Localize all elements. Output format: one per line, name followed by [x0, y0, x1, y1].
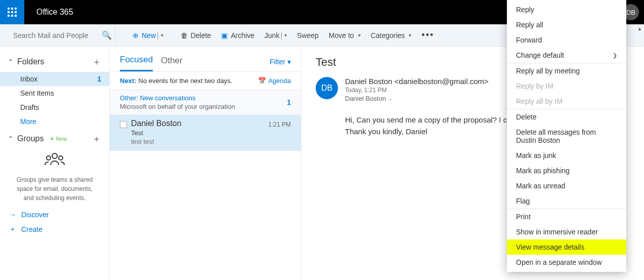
- menu-item-mark-as-phishing[interactable]: Mark as phishing: [507, 163, 626, 178]
- svg-rect-0: [8, 8, 10, 10]
- tab-other[interactable]: Other: [161, 53, 183, 71]
- message-subject: Test: [131, 129, 264, 137]
- recipient-name: Daniel Boston: [345, 95, 386, 102]
- next-label: Next:: [120, 77, 137, 85]
- sidebar-item-inbox[interactable]: Inbox1: [0, 72, 109, 86]
- message-from: Daniel Boston: [131, 119, 264, 128]
- menu-item-delete[interactable]: Delete: [507, 109, 626, 125]
- sidebar-item-label: Sent Items: [20, 89, 54, 97]
- waffle-icon: [8, 8, 17, 17]
- sidebar-item-sent-items[interactable]: Sent Items: [0, 86, 109, 100]
- add-group-button[interactable]: ＋: [92, 133, 101, 145]
- sidebar-item-drafts[interactable]: Drafts: [0, 100, 109, 114]
- svg-point-10: [47, 156, 51, 160]
- svg-rect-5: [15, 11, 17, 13]
- svg-rect-6: [8, 15, 10, 17]
- other-conversations-banner[interactable]: Other: New conversations Microsoft on be…: [110, 90, 301, 115]
- chevron-down-icon[interactable]: ▾: [161, 32, 163, 38]
- menu-item-reply[interactable]: Reply: [507, 2, 626, 17]
- other-title: Other: New conversations: [120, 94, 287, 102]
- more-icon: •••: [421, 30, 434, 41]
- menu-item-reply-all-by-meeting[interactable]: Reply all by meeting: [507, 63, 626, 78]
- menu-item-label: Forward: [516, 36, 542, 44]
- message-list-pane: Focused Other Filter ▾ Next: No events f…: [109, 47, 302, 280]
- chevron-down-icon: ▾: [409, 32, 411, 38]
- agenda-label: Agenda: [268, 77, 291, 85]
- other-sub: Microsoft on behalf of your organization: [120, 103, 287, 110]
- other-count: 1: [287, 94, 291, 106]
- app-launcher-button[interactable]: [0, 0, 24, 24]
- brand-label: Office 365: [24, 8, 85, 17]
- menu-item-open-in-a-separate-window[interactable]: Open in a separate window: [507, 255, 626, 270]
- menu-item-label: Flag: [516, 197, 530, 205]
- sidebar-item-label: Drafts: [20, 103, 39, 111]
- new-badge: ✶ New: [50, 136, 67, 142]
- search-icon[interactable]: 🔍: [102, 30, 112, 40]
- filter-label: Filter: [270, 58, 285, 66]
- sweep-button[interactable]: Sweep: [292, 24, 324, 47]
- menu-item-mark-as-junk[interactable]: Mark as junk: [507, 148, 626, 163]
- chevron-up-icon: ⌃: [8, 135, 13, 142]
- menu-item-label: Reply all: [516, 21, 543, 29]
- message-checkbox[interactable]: [120, 121, 127, 128]
- menu-item-print[interactable]: Print: [507, 209, 626, 224]
- more-actions-button[interactable]: •••: [416, 24, 439, 47]
- svg-rect-4: [11, 11, 13, 13]
- groups-label: Groups: [17, 134, 44, 143]
- next-text: No events for the next two days.: [139, 77, 233, 85]
- menu-item-label: Delete: [516, 113, 536, 121]
- sidebar-item-more[interactable]: More: [0, 114, 109, 129]
- create-label: Create: [21, 225, 42, 233]
- create-button[interactable]: ＋ Create: [0, 222, 109, 237]
- sweep-label: Sweep: [297, 31, 319, 39]
- menu-item-delete-all-messages-from-dustin-boston[interactable]: Delete all messages from Dustin Boston: [507, 125, 626, 148]
- filter-button[interactable]: Filter ▾: [270, 58, 291, 66]
- agenda-button[interactable]: 📅 Agenda: [258, 77, 291, 85]
- groups-blurb: Groups give teams a shared space for ema…: [0, 170, 109, 208]
- add-folder-button[interactable]: ＋: [92, 56, 101, 68]
- groups-header[interactable]: ⌃ Groups ✶ New ＋: [0, 129, 109, 149]
- menu-item-show-in-immersive-reader[interactable]: Show in immersive reader: [507, 224, 626, 239]
- delete-label: Delete: [191, 31, 211, 39]
- scroll-up-icon[interactable]: ▲: [635, 24, 644, 32]
- new-button[interactable]: ⊕ New |▾: [127, 24, 168, 47]
- moveto-label: Move to: [329, 31, 354, 39]
- categories-label: Categories: [371, 31, 405, 39]
- archive-label: Archive: [231, 31, 254, 39]
- menu-item-label: Mark as phishing: [516, 167, 570, 175]
- menu-item-flag[interactable]: Flag: [507, 193, 626, 209]
- search-input[interactable]: [13, 31, 102, 39]
- junk-label: Junk: [265, 31, 280, 39]
- sidebar-item-label: More: [20, 117, 36, 126]
- svg-point-11: [59, 156, 63, 160]
- discover-button[interactable]: → Discover: [0, 208, 109, 222]
- delete-button[interactable]: 🗑 Delete: [176, 24, 216, 47]
- menu-item-label: View message details: [516, 243, 584, 251]
- junk-button[interactable]: Junk |▾: [260, 24, 292, 47]
- search-box[interactable]: 🔍: [6, 24, 115, 47]
- categories-button[interactable]: Categories ▾: [366, 24, 417, 47]
- sidebar-item-label: Inbox: [20, 75, 37, 83]
- new-label: New: [142, 31, 156, 39]
- chevron-up-icon: ⌃: [8, 58, 13, 65]
- message-preview: test test: [131, 138, 264, 145]
- menu-item-label: Reply: [516, 6, 534, 14]
- archive-button[interactable]: ▣ Archive: [216, 24, 260, 47]
- menu-item-forward[interactable]: Forward: [507, 32, 626, 48]
- chevron-down-icon[interactable]: ▾: [284, 32, 287, 38]
- menu-item-reply-all[interactable]: Reply all: [507, 17, 626, 32]
- menu-item-change-default[interactable]: Change default❯: [507, 48, 626, 63]
- menu-item-label: Print: [516, 213, 531, 221]
- sender-avatar[interactable]: DB: [316, 77, 338, 99]
- arrow-right-icon: →: [9, 211, 16, 219]
- tab-focused[interactable]: Focused: [120, 52, 153, 71]
- menu-item-view-message-details[interactable]: View message details: [507, 239, 626, 255]
- plus-circle-icon: ⊕: [133, 31, 139, 39]
- menu-item-mark-as-unread[interactable]: Mark as unread: [507, 178, 626, 193]
- menu-item-label: Open in a separate window: [516, 258, 602, 266]
- folders-header[interactable]: ⌃ Folders ＋: [0, 52, 109, 72]
- moveto-button[interactable]: Move to ▾: [324, 24, 366, 47]
- nav-sidebar: ⌃ Folders ＋ Inbox1Sent ItemsDraftsMore ⌃…: [0, 47, 109, 280]
- message-list-item[interactable]: Daniel Boston Test test test 1:21 PM: [110, 115, 301, 151]
- menu-item-label: Reply by IM: [516, 82, 553, 90]
